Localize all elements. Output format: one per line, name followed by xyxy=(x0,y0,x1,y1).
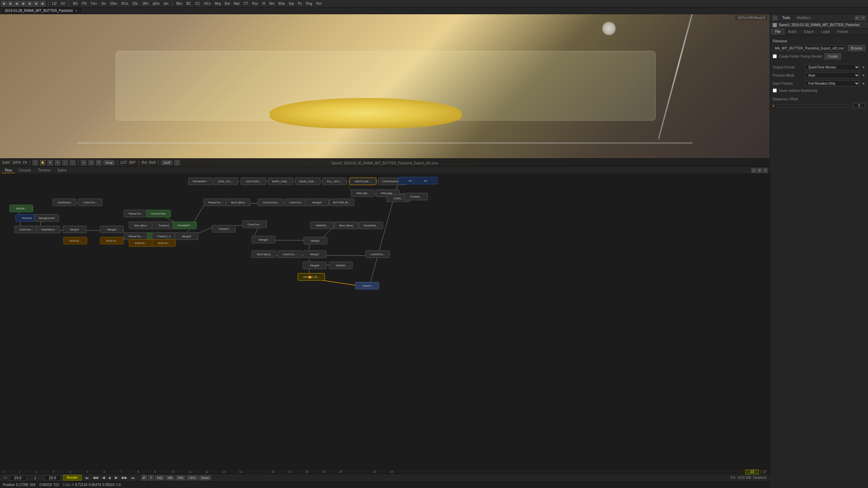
pb-goto-end[interactable]: ⏭ xyxy=(130,475,136,480)
roi-label[interactable]: RoI xyxy=(142,161,147,164)
tb-icon-1[interactable]: ▣ xyxy=(1,1,7,6)
node-annio1[interactable]: ANNIO1 xyxy=(329,262,353,269)
toolbar-hcv[interactable]: HCv xyxy=(203,2,212,5)
sequence-offset-input[interactable] xyxy=(853,103,865,108)
tab-close-btn[interactable]: ✕ xyxy=(75,9,78,13)
ne-icon-2[interactable]: ⊞ xyxy=(757,168,762,173)
rp-tab-modifiers[interactable]: Modifiers xyxy=(795,15,813,20)
vbb-icon-1[interactable]: 1 xyxy=(174,160,180,165)
node-saver2[interactable]: S2 xyxy=(414,177,437,184)
vbb-icon-zoom-tool[interactable]: ⊕ xyxy=(47,160,53,165)
tb-icon-4[interactable]: ▣ xyxy=(21,1,26,6)
pb-some-btn[interactable]: Some xyxy=(199,475,211,480)
node-fillspli[interactable]: FILL_SPLI... xyxy=(322,178,347,185)
toolbar-txt[interactable]: Txt+ xyxy=(90,2,98,5)
vbb-icon-r[interactable]: R xyxy=(96,160,101,165)
create-folder-checkbox[interactable] xyxy=(773,54,777,58)
dod-label[interactable]: DoD xyxy=(149,161,156,164)
node-westline[interactable]: WESTLINE... xyxy=(349,178,376,185)
render-btn[interactable]: Render xyxy=(63,475,82,481)
tb-icon-5[interactable]: ▣ xyxy=(27,1,33,6)
node-merge3-right[interactable]: Merge3 xyxy=(305,199,329,206)
node-colorcorr5[interactable]: ColorCorr... xyxy=(277,250,302,258)
process-mode-select[interactable]: Auto xyxy=(805,72,860,78)
node-tracker1-2[interactable]: Tracker1_2 xyxy=(152,232,176,240)
node-canvas[interactable]: FROMAPP... EXR_VOL... UNTITLED... MATE_L… xyxy=(0,174,770,468)
sequence-offset-slider[interactable] xyxy=(773,105,850,107)
toolbar-pin[interactable]: pIn xyxy=(163,2,170,5)
pb-prx-btn[interactable]: PRx xyxy=(176,475,185,480)
node-background1[interactable]: Background1 xyxy=(35,214,59,222)
frame-current-input[interactable] xyxy=(745,469,759,474)
vbb-icon-circle[interactable]: ○ xyxy=(70,160,75,165)
vbb-icon-hand[interactable]: ✋ xyxy=(40,160,45,165)
ne-tab-spline[interactable]: Spline xyxy=(55,168,70,173)
toolbar-bsp[interactable]: BSp xyxy=(277,2,286,5)
saver-tab-legal[interactable]: Legal xyxy=(818,29,833,35)
smr-btn[interactable]: SmR xyxy=(161,160,172,165)
snap-btn[interactable]: Snap xyxy=(103,160,115,165)
saver-tab-audio[interactable]: Audio xyxy=(784,29,801,35)
ne-icon-3[interactable]: ✕ xyxy=(763,168,768,173)
node-merge1-r[interactable]: Merge1 xyxy=(303,237,327,244)
vbb-icon-paint[interactable]: ✏ xyxy=(55,160,60,165)
node-exrvol[interactable]: EXR_VOL... xyxy=(214,178,238,185)
vbb-icon-rect[interactable]: □ xyxy=(62,160,68,165)
node-depthblur[interactable]: DepthBlur1 xyxy=(36,226,60,233)
pb-aprx-btn[interactable]: APrx xyxy=(187,475,198,480)
toolbar-elp[interactable]: Elp xyxy=(288,2,295,5)
pb-prev-frame-btn[interactable]: ◀◀ xyxy=(92,475,99,480)
node-merge1[interactable]: Merge1 xyxy=(63,226,86,233)
toolbar-pem[interactable]: pEm xyxy=(152,2,161,5)
toolbar-3rn[interactable]: 3Rn xyxy=(141,2,150,5)
node-planartra1[interactable]: PlanarTra... xyxy=(124,210,147,217)
node-daveline[interactable]: DAVE_LINE... xyxy=(295,178,320,185)
toolbar-bm[interactable]: Bm xyxy=(268,2,275,5)
main-tab-active[interactable]: 2019-01-28_RAMA_MIT_BUTTER_Packshot ✕ xyxy=(1,7,81,14)
toolbar-cc[interactable]: CC xyxy=(194,2,201,5)
node-colorcorr1[interactable]: ColorCorr... xyxy=(78,199,102,206)
node-saver-bottom[interactable]: Saver1 xyxy=(355,282,379,289)
toolbar-ct[interactable]: CT xyxy=(242,2,249,5)
node-nikefff[interactable]: NIKEfff... xyxy=(9,205,33,212)
tb-icon-2[interactable]: ▣ xyxy=(8,1,13,6)
vbb-icon-g[interactable]: G xyxy=(88,160,94,165)
toolbar-mrg[interactable]: Mrg xyxy=(214,2,222,5)
node-huecurves[interactable]: HueCurves1 xyxy=(258,199,283,206)
pb-prev-btn[interactable]: ◀ xyxy=(101,475,106,480)
rp-icon-2[interactable]: ✕ xyxy=(861,16,865,20)
saver-tab-export[interactable]: Export xyxy=(801,29,818,35)
node-mateline[interactable]: MATE_LINE... xyxy=(268,178,293,185)
toolbar-rng[interactable]: Rng xyxy=(305,2,313,5)
rp-icon-1[interactable]: ◫ xyxy=(855,16,860,20)
pb-end-frame[interactable]: 23.0 xyxy=(44,475,61,481)
node-levelstra[interactable]: LevelsTra... xyxy=(366,250,390,258)
node-merge7[interactable]: Merge7 xyxy=(303,250,327,258)
node-tracker1-r[interactable]: Tracker1 xyxy=(212,225,236,232)
toolbar-xf[interactable]: Xf xyxy=(261,2,266,5)
pb-hiq-btn[interactable]: HiQ xyxy=(155,475,164,480)
toolbar-3sl[interactable]: 3SL xyxy=(131,2,139,5)
node-merge2[interactable]: Merge2 xyxy=(100,226,124,233)
node-2019-4[interactable]: 2019-01... xyxy=(152,239,176,247)
node-merge8[interactable]: Merge8 xyxy=(303,262,327,269)
tb-icon-3[interactable]: ▣ xyxy=(14,1,20,6)
node-framehold[interactable]: FrameHold1 xyxy=(146,210,171,217)
fit-label[interactable]: Fit xyxy=(23,161,27,164)
node-2019-2[interactable]: 2019-01... xyxy=(100,237,124,244)
toolbar-bc[interactable]: BC xyxy=(185,2,192,5)
toolbar-3sm[interactable]: 3Sm xyxy=(109,2,118,5)
node-trkline1[interactable]: TRKLINE... xyxy=(351,189,375,197)
node-blur2[interactable]: Blur2 (Blur) xyxy=(226,199,250,206)
pb-settings-icon[interactable]: ⚙ xyxy=(148,475,154,481)
pb-goto-start[interactable]: ⏮ xyxy=(84,475,90,480)
node-blur1-right[interactable]: Blur1 (Blur) xyxy=(334,222,358,229)
filename-input[interactable] xyxy=(773,45,846,51)
node-planartra2[interactable]: PlanarTra... xyxy=(124,232,147,240)
toolbar-rsz[interactable]: Rsz xyxy=(251,2,259,5)
pb-next-btn[interactable]: ▶▶ xyxy=(121,475,128,480)
node-fromapp[interactable]: FROMAPP... xyxy=(188,178,213,185)
saver-tab-file[interactable]: File xyxy=(771,29,784,35)
toolbar-3m[interactable]: 3m xyxy=(100,2,107,5)
node-2019-final[interactable]: 2019-01-30... xyxy=(298,273,325,281)
